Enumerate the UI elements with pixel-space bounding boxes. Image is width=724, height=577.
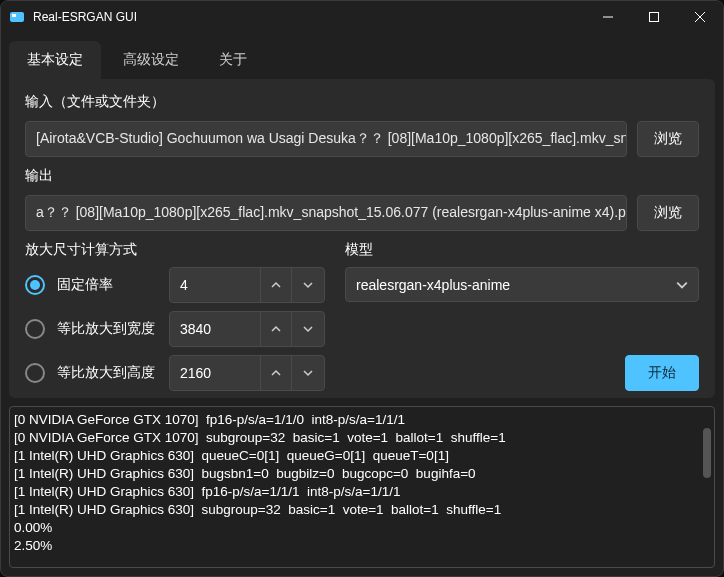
scale-width-spinbox[interactable]: 3840: [169, 311, 325, 347]
log-scrollbar[interactable]: [701, 408, 713, 566]
tab-about[interactable]: 关于: [201, 41, 265, 79]
radio-fixed-ratio-label: 固定倍率: [57, 276, 157, 294]
size-mode-label: 放大尺寸计算方式: [25, 241, 325, 259]
start-button[interactable]: 开始: [625, 355, 699, 391]
radio-scale-width[interactable]: [25, 319, 45, 339]
output-label: 输出: [25, 167, 699, 185]
radio-scale-height-label: 等比放大到高度: [57, 364, 157, 382]
scale-height-down[interactable]: [292, 356, 324, 390]
fixed-ratio-up[interactable]: [260, 268, 292, 302]
svg-rect-1: [12, 14, 16, 17]
maximize-icon: [649, 12, 659, 22]
scale-width-down[interactable]: [292, 312, 324, 346]
tab-advanced[interactable]: 高级设定: [105, 41, 197, 79]
scale-width-up[interactable]: [260, 312, 292, 346]
minimize-button[interactable]: [585, 1, 631, 33]
scale-height-value[interactable]: 2160: [170, 356, 260, 390]
tab-basic[interactable]: 基本设定: [9, 41, 101, 79]
chevron-up-icon: [271, 368, 281, 378]
model-select[interactable]: realesrgan-x4plus-anime: [345, 267, 699, 302]
chevron-up-icon: [271, 324, 281, 334]
chevron-down-icon: [303, 280, 313, 290]
scale-height-spinbox[interactable]: 2160: [169, 355, 325, 391]
titlebar[interactable]: Real-ESRGAN GUI: [1, 1, 723, 33]
radio-scale-width-label: 等比放大到宽度: [57, 320, 157, 338]
radio-fixed-ratio[interactable]: [25, 275, 45, 295]
tabbar: 基本设定 高级设定 关于: [1, 33, 723, 79]
basic-panel: 输入（文件或文件夹） [Airota&VCB-Studio] Gochuumon…: [9, 79, 715, 398]
chevron-down-icon: [303, 368, 313, 378]
scale-height-up[interactable]: [260, 356, 292, 390]
chevron-up-icon: [271, 280, 281, 290]
scale-width-value[interactable]: 3840: [170, 312, 260, 346]
window-controls: [585, 1, 723, 33]
log-scrollbar-thumb[interactable]: [703, 428, 711, 478]
log-text: [0 NVIDIA GeForce GTX 1070] fp16-p/s/a=1…: [14, 412, 506, 553]
fixed-ratio-value[interactable]: 4: [170, 268, 260, 302]
fixed-ratio-down[interactable]: [292, 268, 324, 302]
maximize-button[interactable]: [631, 1, 677, 33]
input-label: 输入（文件或文件夹）: [25, 93, 699, 111]
input-browse-button[interactable]: 浏览: [637, 121, 699, 157]
output-path-field[interactable]: a？？ [08][Ma10p_1080p][x265_flac].mkv_sna…: [25, 195, 627, 231]
log-output[interactable]: [0 NVIDIA GeForce GTX 1070] fp16-p/s/a=1…: [9, 406, 715, 568]
minimize-icon: [603, 12, 613, 22]
radio-scale-height[interactable]: [25, 363, 45, 383]
model-label: 模型: [345, 241, 699, 259]
input-path-field[interactable]: [Airota&VCB-Studio] Gochuumon wa Usagi D…: [25, 121, 627, 157]
svg-rect-3: [650, 13, 659, 22]
close-button[interactable]: [677, 1, 723, 33]
close-icon: [695, 12, 705, 22]
app-window: Real-ESRGAN GUI 基本设定 高级设定 关于 输入（文件或文件夹） …: [0, 0, 724, 577]
chevron-down-icon: [303, 324, 313, 334]
output-browse-button[interactable]: 浏览: [637, 195, 699, 231]
fixed-ratio-spinbox[interactable]: 4: [169, 267, 325, 303]
chevron-down-icon: [676, 279, 688, 291]
app-icon: [9, 9, 25, 25]
model-select-value: realesrgan-x4plus-anime: [356, 277, 676, 293]
window-title: Real-ESRGAN GUI: [33, 10, 585, 24]
